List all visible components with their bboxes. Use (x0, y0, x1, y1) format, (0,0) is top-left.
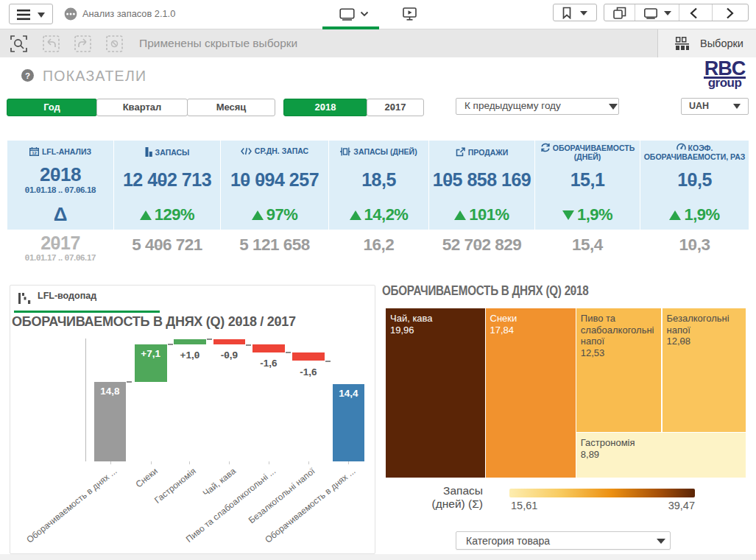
svg-text:12: 12 (32, 151, 37, 155)
svg-text:?: ? (25, 71, 30, 80)
